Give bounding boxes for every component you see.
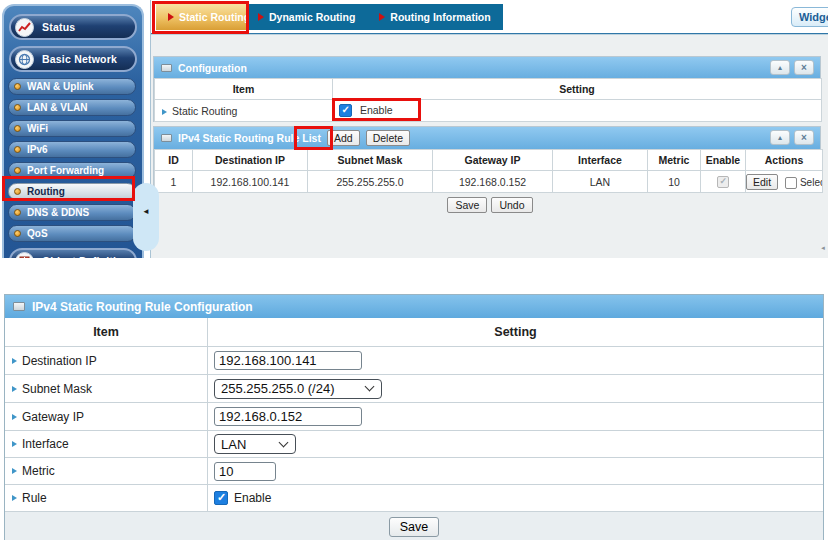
panel-title: Configuration (178, 62, 247, 74)
column-header-item: Item (5, 318, 208, 346)
static-routing-enable-checkbox[interactable] (339, 104, 352, 117)
cell-gateway-ip: 192.168.0.152 (433, 171, 553, 193)
item-arrow-icon (162, 109, 167, 115)
tab-static-routing[interactable]: Static Routing (156, 4, 246, 30)
rule-save-button[interactable]: Save (389, 517, 440, 537)
sidebar-item-routing[interactable]: Routing (8, 183, 136, 200)
configuration-panel: Configuration ▴ × Item Setting Static Ro… (153, 56, 821, 122)
config-row-label-cell: Static Routing (155, 100, 333, 122)
panel-title: IPv4 Static Routing Rule Configuration (32, 300, 253, 314)
sidebar-item-dns-ddns[interactable]: DNS & DDNS (8, 204, 136, 221)
collapse-arrow-icon: ◄ (142, 207, 150, 216)
sidebar-item-port-forwarding[interactable]: Port Forwarding (8, 162, 136, 179)
column-header: Subnet Mask (308, 150, 433, 171)
tab-routing-information[interactable]: Routing Information (367, 4, 502, 30)
sidebar-item-label: Status (42, 21, 75, 33)
sidebar-item-lan-vlan[interactable]: LAN & VLAN (8, 99, 136, 116)
sidebar-item-ipv6[interactable]: IPv6 (8, 141, 136, 158)
field-row-rule: Rule Enable (5, 485, 823, 512)
column-header-item: Item (155, 79, 333, 100)
column-header: Gateway IP (433, 150, 553, 171)
panel-close-button[interactable]: × (794, 130, 814, 145)
select-label: Select (800, 177, 823, 188)
tab-dynamic-routing[interactable]: Dynamic Routing (246, 4, 367, 30)
tab-underline (151, 33, 828, 35)
field-row-destination-ip: Destination IP (5, 347, 823, 375)
rule-list-panel-header: IPv4 Static Routing Rule List Add Delete… (154, 127, 820, 149)
object-box-icon (15, 252, 34, 259)
select-checkbox[interactable] (785, 177, 797, 189)
column-header: Metric (648, 150, 701, 171)
status-chart-icon (15, 18, 34, 37)
chevron-down-icon (365, 382, 375, 392)
panel-window-icon (161, 64, 172, 72)
item-arrow-icon (12, 441, 17, 447)
metric-input[interactable] (214, 462, 276, 481)
rule-configuration-panel: IPv4 Static Routing Rule Configuration I… (4, 294, 824, 540)
cell-metric: 10 (648, 171, 701, 193)
config-row-setting-cell: Enable (333, 100, 822, 122)
routing-page-screenshot: Status Basic Network WAN & Uplink LAN & … (0, 0, 828, 258)
widget-button[interactable]: Widget (791, 7, 828, 27)
bullet-icon (14, 146, 21, 153)
enable-label: Enable (234, 491, 271, 505)
table-row: 1 192.168.100.141 255.255.255.0 192.168.… (155, 171, 823, 193)
column-header: ID (155, 150, 193, 171)
panel-collapse-button[interactable]: ▴ (770, 130, 790, 145)
configuration-panel-header: Configuration ▴ × (154, 57, 820, 78)
tab-arrow-icon (168, 13, 174, 21)
destination-ip-input[interactable] (214, 351, 362, 370)
sidebar-item-qos[interactable]: QoS (8, 225, 136, 242)
rule-enable-checkbox[interactable] (214, 491, 228, 505)
panel-close-button[interactable]: × (794, 60, 814, 75)
sidebar-item-basic-network[interactable]: Basic Network (9, 46, 137, 72)
field-row-subnet-mask: Subnet Mask 255.255.255.0 (/24) (5, 375, 823, 403)
item-arrow-icon (12, 358, 17, 364)
cell-actions: Edit Select (746, 171, 823, 193)
field-row-gateway-ip: Gateway IP (5, 403, 823, 431)
item-arrow-icon (12, 468, 17, 474)
cell-enable (701, 171, 746, 193)
column-header: Actions (746, 150, 823, 171)
interface-select[interactable]: LAN (214, 434, 296, 454)
delete-button[interactable]: Delete (366, 130, 410, 146)
resize-mark-icon: ◄ (820, 245, 825, 252)
cell-destination-ip: 192.168.100.141 (193, 171, 308, 193)
undo-button[interactable]: Undo (491, 197, 532, 213)
bullet-icon (14, 230, 21, 237)
bullet-icon (14, 83, 21, 90)
sidebar-item-wifi[interactable]: WiFi (8, 120, 136, 137)
panel-collapse-button[interactable]: ▴ (770, 60, 790, 75)
bullet-icon (14, 125, 21, 132)
rule-list-table: ID Destination IP Subnet Mask Gateway IP… (154, 149, 823, 193)
cell-id: 1 (155, 171, 193, 193)
form-actions: Save Undo (151, 197, 828, 213)
content-pane: Static Routing Dynamic Routing Routing I… (150, 0, 828, 258)
cell-subnet-mask: 255.255.255.0 (308, 171, 433, 193)
bullet-icon (14, 104, 21, 111)
field-row-metric: Metric (5, 458, 823, 485)
rule-enabled-checkbox-disabled (717, 176, 729, 188)
configuration-table: Item Setting Static Routing Enable (154, 78, 822, 122)
field-row-interface: Interface LAN (5, 431, 823, 458)
sidebar-item-status[interactable]: Status (9, 14, 137, 40)
sidebar-item-object-definition[interactable]: Object Definition (9, 248, 137, 258)
sidebar: Status Basic Network WAN & Uplink LAN & … (2, 4, 144, 258)
sidebar-item-wan-uplink[interactable]: WAN & Uplink (8, 78, 136, 95)
save-button[interactable]: Save (447, 197, 487, 213)
sidebar-collapse-handle[interactable]: ◄ (133, 183, 159, 251)
gateway-ip-input[interactable] (214, 407, 362, 426)
tab-arrow-icon (258, 13, 264, 21)
rule-configuration-table: Item Setting Destination IP Subnet Mask … (5, 318, 823, 540)
panel-window-icon (161, 134, 172, 142)
add-button[interactable]: Add (327, 130, 360, 146)
rule-configuration-header: IPv4 Static Routing Rule Configuration (5, 295, 823, 318)
subnet-mask-select[interactable]: 255.255.255.0 (/24) (214, 379, 382, 399)
rule-configuration-footer: Save (5, 512, 823, 540)
edit-button[interactable]: Edit (746, 174, 778, 190)
bullet-icon (14, 188, 21, 195)
column-header: Interface (553, 150, 648, 171)
column-header: Enable (701, 150, 746, 171)
tab-bar: Static Routing Dynamic Routing Routing I… (156, 4, 503, 30)
network-globe-icon (15, 50, 34, 69)
